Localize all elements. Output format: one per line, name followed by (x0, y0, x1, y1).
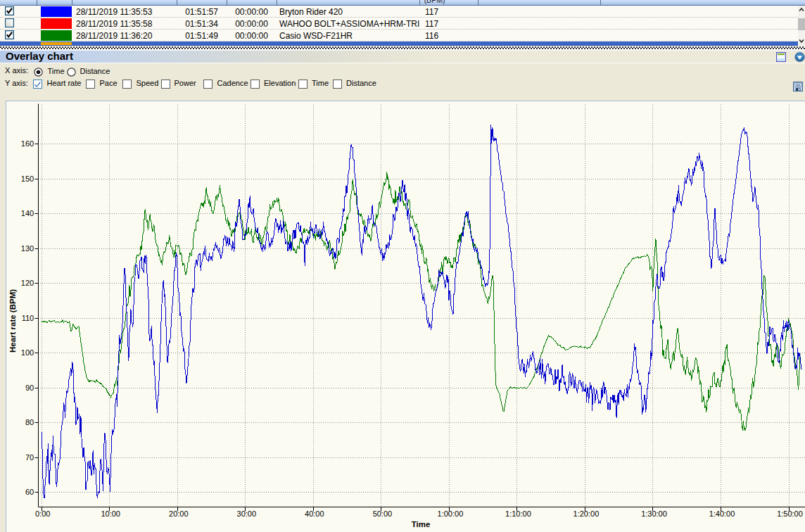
svg-text:120: 120 (21, 279, 34, 287)
svg-text:30:00: 30:00 (237, 509, 257, 518)
svg-text:10:00: 10:00 (101, 509, 120, 518)
svg-text:110: 110 (22, 314, 34, 322)
svg-text:90: 90 (25, 384, 34, 392)
svg-text:150: 150 (21, 175, 34, 183)
svg-text:80: 80 (25, 418, 34, 426)
svg-text:100: 100 (21, 348, 34, 357)
svg-text:0:00: 0:00 (35, 509, 50, 518)
svg-text:160: 160 (21, 139, 34, 148)
svg-text:20:00: 20:00 (169, 509, 189, 518)
svg-text:1:10:00: 1:10:00 (505, 509, 531, 518)
svg-text:1:40:00: 1:40:00 (709, 509, 735, 518)
svg-text:130: 130 (21, 244, 34, 253)
svg-text:Heart rate (BPM): Heart rate (BPM) (8, 289, 17, 353)
svg-text:1:20:00: 1:20:00 (573, 509, 600, 518)
svg-text:1:30:00: 1:30:00 (641, 509, 667, 518)
svg-text:140: 140 (21, 209, 34, 217)
svg-text:40:00: 40:00 (305, 509, 324, 518)
svg-text:60: 60 (25, 488, 34, 496)
svg-text:1:50:00: 1:50:00 (777, 509, 803, 518)
svg-text:Time: Time (412, 520, 431, 528)
svg-text:70: 70 (25, 453, 34, 462)
svg-text:50:00: 50:00 (373, 509, 393, 518)
svg-text:1:00:00: 1:00:00 (438, 509, 464, 518)
